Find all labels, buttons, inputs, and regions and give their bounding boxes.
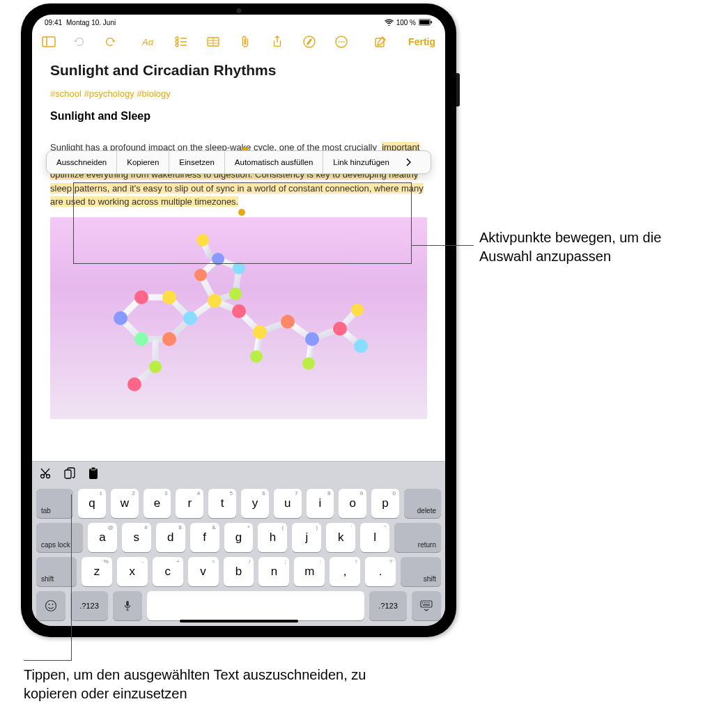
svg-point-40 — [305, 332, 319, 346]
key-z[interactable]: %z — [82, 557, 112, 586]
svg-rect-54 — [421, 601, 432, 607]
done-button[interactable]: Fertig — [408, 36, 435, 47]
text-format-icon[interactable]: Aα — [142, 35, 156, 49]
context-more-arrow[interactable] — [399, 151, 417, 173]
key-caps-lock[interactable]: caps lock — [36, 523, 83, 552]
note-content[interactable]: Sunlight and Circadian Rhythms #school #… — [32, 55, 445, 461]
svg-point-27 — [134, 332, 148, 346]
key-i[interactable]: 8i — [307, 489, 334, 518]
key-y[interactable]: 6y — [241, 489, 269, 518]
keyboard-row1: tab 1q2w3e4r5t6y7u8i9o0p delete — [36, 489, 441, 518]
selection-handle-end[interactable] — [238, 209, 245, 216]
svg-point-31 — [194, 269, 207, 281]
more-icon[interactable] — [334, 35, 348, 49]
key-n[interactable]: ;n — [258, 557, 289, 586]
key-q[interactable]: 1q — [78, 489, 106, 518]
key-k[interactable]: 'k — [326, 523, 355, 552]
key-shift-right[interactable]: shift — [401, 557, 441, 586]
share-icon[interactable] — [270, 35, 284, 49]
key-v[interactable]: =v — [188, 557, 219, 586]
callout-selection-handles: Aktivpunkte bewegen, um die Auswahl anzu… — [479, 228, 709, 266]
status-bar: 09:41 Montag 10. Juni 100 % — [32, 15, 445, 29]
ipad-frame: 09:41 Montag 10. Juni 100 % Aα — [21, 3, 456, 637]
context-cut[interactable]: Ausschneiden — [47, 151, 117, 173]
key-s[interactable]: #s — [122, 523, 151, 552]
key-symnum-left[interactable]: .?123 — [70, 591, 108, 620]
key-r[interactable]: 4r — [176, 489, 203, 518]
key-emoji[interactable] — [36, 591, 65, 620]
context-add-link[interactable]: Link hinzufügen — [323, 151, 399, 173]
attachment-icon[interactable] — [238, 35, 252, 49]
context-copy[interactable]: Kopieren — [117, 151, 169, 173]
svg-text:Aα: Aα — [142, 37, 154, 47]
checklist-icon[interactable] — [174, 35, 188, 49]
table-icon[interactable] — [206, 35, 220, 49]
key-u[interactable]: 7u — [274, 489, 302, 518]
sidebar-icon[interactable] — [42, 35, 56, 49]
key-p[interactable]: 0p — [371, 489, 399, 518]
svg-rect-56 — [424, 602, 426, 604]
key-tab[interactable]: tab — [36, 489, 73, 518]
compose-icon[interactable] — [373, 35, 387, 49]
callout-cut-copy-paste: Tippen, um den ausgewählten Text auszusc… — [24, 666, 372, 703]
key-h[interactable]: (h — [258, 523, 287, 552]
key-.[interactable]: ?. — [365, 557, 396, 586]
svg-rect-2 — [431, 21, 433, 23]
note-tags[interactable]: #school #psychology #biology — [50, 88, 427, 99]
svg-point-46 — [47, 474, 50, 478]
molecule-svg — [79, 228, 399, 409]
note-title[interactable]: Sunlight and Circadian Rhythms — [50, 62, 427, 79]
key-a[interactable]: @a — [88, 523, 117, 552]
context-autofill[interactable]: Automatisch ausfüllen — [225, 151, 324, 173]
molecule-image[interactable] — [50, 217, 427, 419]
key-e[interactable]: 3e — [144, 489, 171, 518]
svg-point-41 — [302, 357, 315, 370]
note-heading[interactable]: Sunlight and Sleep — [50, 110, 427, 123]
callout-line — [24, 660, 72, 661]
screen: 09:41 Montag 10. Juni 100 % Aα — [32, 15, 445, 626]
svg-rect-59 — [423, 604, 430, 606]
status-date: Montag 10. Juni — [66, 19, 116, 26]
paste-icon[interactable] — [86, 467, 100, 480]
key-l[interactable]: "l — [360, 523, 389, 552]
redo-icon[interactable] — [103, 35, 117, 49]
svg-point-8 — [176, 40, 178, 43]
undo-icon[interactable] — [72, 35, 86, 49]
svg-point-28 — [149, 361, 162, 373]
keyboard-row4: .?123 .?123 — [36, 591, 441, 620]
front-camera — [236, 8, 241, 13]
key-dictate[interactable] — [113, 591, 142, 620]
key-delete[interactable]: delete — [404, 489, 441, 518]
key-o[interactable]: 9o — [339, 489, 366, 518]
svg-point-25 — [183, 311, 197, 325]
svg-point-19 — [341, 41, 342, 42]
key-space[interactable] — [147, 591, 364, 620]
key-g[interactable]: *g — [224, 523, 254, 552]
copy-icon[interactable] — [63, 467, 77, 480]
svg-point-38 — [250, 350, 263, 363]
key-t[interactable]: 5t — [208, 489, 236, 518]
cut-icon[interactable] — [39, 467, 53, 480]
key-j[interactable]: )j — [292, 523, 321, 552]
callout-line — [73, 263, 412, 264]
svg-point-52 — [52, 604, 54, 605]
key-f[interactable]: &f — [190, 523, 219, 552]
key-c[interactable]: +c — [153, 557, 183, 586]
key-return[interactable]: return — [394, 523, 441, 552]
home-indicator[interactable] — [180, 620, 298, 622]
markup-icon[interactable] — [302, 35, 316, 49]
key-d[interactable]: $d — [156, 523, 185, 552]
key-x[interactable]: -x — [117, 557, 148, 586]
toolbar: Aα Fertig — [32, 29, 445, 55]
key-b[interactable]: /b — [224, 557, 254, 586]
key-symnum-right[interactable]: .?123 — [369, 591, 407, 620]
key-,[interactable]: !, — [330, 557, 360, 586]
wifi-icon — [385, 19, 394, 26]
svg-rect-47 — [65, 470, 71, 478]
svg-point-30 — [208, 294, 222, 308]
context-paste[interactable]: Einsetzen — [169, 151, 225, 173]
power-button — [456, 73, 460, 107]
key-dismiss-keyboard[interactable] — [412, 591, 441, 620]
key-m[interactable]: :m — [294, 557, 325, 586]
key-w[interactable]: 2w — [111, 489, 139, 518]
